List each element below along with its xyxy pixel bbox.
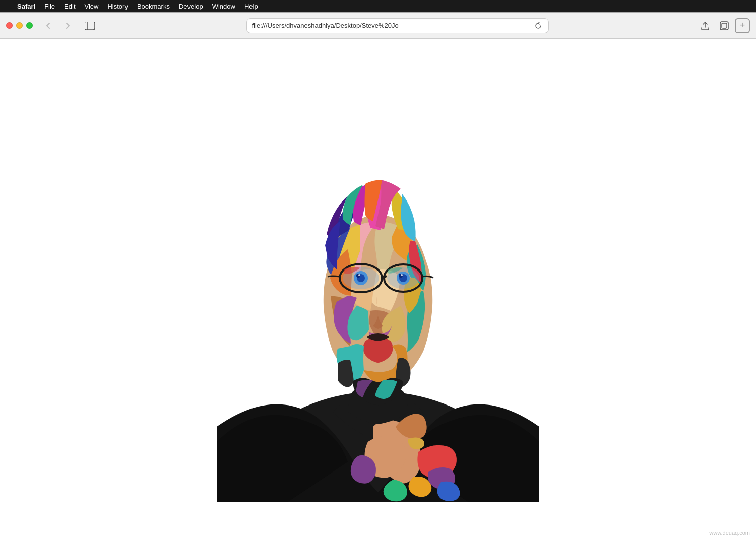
menu-help[interactable]: Help (244, 3, 258, 10)
back-button[interactable] (41, 18, 56, 33)
safari-window: file:///Users/dhvaneshadhiya/Desktop/Ste… (0, 12, 756, 540)
content-area: www.deuaq.com (0, 39, 756, 540)
url-text: file:///Users/dhvaneshadhiya/Desktop/Ste… (252, 22, 530, 29)
url-bar-container: file:///Users/dhvaneshadhiya/Desktop/Ste… (102, 18, 692, 33)
traffic-lights (6, 22, 33, 29)
watermark: www.deuaq.com (709, 530, 750, 536)
menu-bar: Safari File Edit View History Bookmarks … (0, 0, 756, 12)
portrait-image (217, 49, 539, 502)
menu-window[interactable]: Window (212, 3, 235, 10)
forward-button[interactable] (60, 18, 75, 33)
reload-button[interactable] (533, 21, 543, 31)
share-button[interactable] (697, 18, 714, 33)
menu-develop[interactable]: Develop (179, 3, 203, 10)
toolbar-right: + (697, 18, 750, 33)
menu-history[interactable]: History (107, 3, 128, 10)
maximize-button[interactable] (26, 22, 33, 29)
menu-view[interactable]: View (85, 3, 99, 10)
menu-edit[interactable]: Edit (64, 3, 75, 10)
close-button[interactable] (6, 22, 13, 29)
svg-point-11 (358, 274, 360, 276)
menu-bookmarks[interactable]: Bookmarks (137, 3, 170, 10)
svg-rect-0 (85, 22, 95, 30)
tab-overview-button[interactable] (716, 18, 733, 33)
toolbar: file:///Users/dhvaneshadhiya/Desktop/Ste… (0, 13, 756, 39)
new-tab-button[interactable]: + (735, 18, 750, 33)
svg-point-16 (401, 274, 403, 276)
menu-file[interactable]: File (44, 3, 55, 10)
sidebar-toggle-button[interactable] (81, 18, 98, 33)
minimize-button[interactable] (16, 22, 23, 29)
url-bar[interactable]: file:///Users/dhvaneshadhiya/Desktop/Ste… (246, 18, 549, 33)
menu-safari[interactable]: Safari (17, 3, 35, 10)
svg-rect-3 (722, 23, 727, 28)
